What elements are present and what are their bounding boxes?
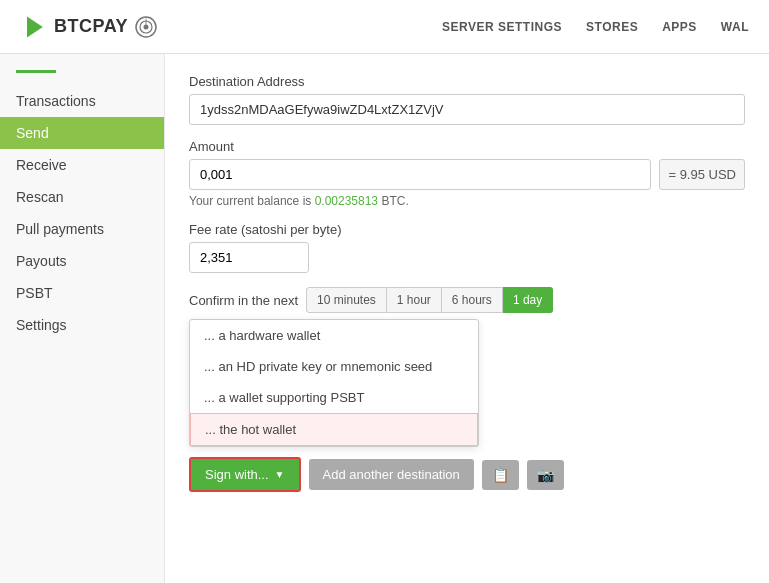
sign-with-button[interactable]: Sign with... ▼ (189, 457, 301, 492)
dropdown-item-hd[interactable]: ... an HD private key or mnemonic seed (190, 351, 478, 382)
action-row: Sign with... ▼ Add another destination 📋… (189, 457, 745, 492)
camera-button[interactable]: 📷 (527, 460, 564, 490)
tor-icon (134, 15, 158, 39)
amount-input[interactable] (189, 159, 651, 190)
send-content: Destination Address Amount = 9.95 USD Yo… (165, 54, 769, 583)
navbar: BTCPAY SERVER SETTINGS STORES APPS WAL (0, 0, 769, 54)
amount-usd: = 9.95 USD (659, 159, 745, 190)
sidebar-item-rescan[interactable]: Rescan (0, 181, 164, 213)
add-destination-button[interactable]: Add another destination (309, 459, 474, 490)
balance-text: Your current balance is 0.00235813 BTC. (189, 194, 745, 208)
destination-label: Destination Address (189, 74, 745, 89)
time-btn-1day[interactable]: 1 day (503, 287, 553, 313)
amount-row: = 9.95 USD (189, 159, 745, 190)
brand-logo[interactable]: BTCPAY (20, 13, 158, 41)
caret-icon: ▼ (275, 469, 285, 480)
sidebar-item-send[interactable]: Send (0, 117, 164, 149)
destination-group: Destination Address (189, 74, 745, 125)
sidebar: Transactions Send Receive Rescan Pull pa… (0, 54, 165, 583)
dropdown-item-psbt[interactable]: ... a wallet supporting PSBT (190, 382, 478, 413)
sidebar-item-receive[interactable]: Receive (0, 149, 164, 181)
sidebar-item-payouts[interactable]: Payouts (0, 245, 164, 277)
confirm-label: Confirm in the next (189, 293, 298, 308)
copy-button[interactable]: 📋 (482, 460, 519, 490)
btcpay-logo-icon (20, 13, 48, 41)
time-btn-1hour[interactable]: 1 hour (387, 287, 442, 313)
amount-label: Amount (189, 139, 745, 154)
main-nav: SERVER SETTINGS STORES APPS WAL (442, 20, 749, 34)
dropdown-item-hot-wallet[interactable]: ... the hot wallet (190, 413, 478, 446)
sign-dropdown-menu: ... a hardware wallet ... an HD private … (189, 319, 479, 447)
dropdown-item-hardware[interactable]: ... a hardware wallet (190, 320, 478, 351)
sidebar-indicator (16, 70, 56, 73)
main-container: Transactions Send Receive Rescan Pull pa… (0, 54, 769, 583)
time-btn-10min[interactable]: 10 minutes (306, 287, 387, 313)
confirm-row: Confirm in the next 10 minutes 1 hour 6 … (189, 287, 745, 313)
fee-label: Fee rate (satoshi per byte) (189, 222, 745, 237)
sidebar-item-transactions[interactable]: Transactions (0, 85, 164, 117)
fee-group: Fee rate (satoshi per byte) (189, 222, 745, 273)
copy-icon: 📋 (492, 467, 509, 483)
fee-input[interactable] (189, 242, 309, 273)
sidebar-item-psbt[interactable]: PSBT (0, 277, 164, 309)
nav-apps[interactable]: APPS (662, 20, 697, 34)
sidebar-item-pull-payments[interactable]: Pull payments (0, 213, 164, 245)
nav-stores[interactable]: STORES (586, 20, 638, 34)
brand-name: BTCPAY (54, 16, 128, 37)
time-btn-6hours[interactable]: 6 hours (442, 287, 503, 313)
balance-amount: 0.00235813 (315, 194, 378, 208)
amount-group: Amount = 9.95 USD Your current balance i… (189, 139, 745, 208)
nav-wallet[interactable]: WAL (721, 20, 749, 34)
destination-input[interactable] (189, 94, 745, 125)
sidebar-item-settings[interactable]: Settings (0, 309, 164, 341)
camera-icon: 📷 (537, 467, 554, 483)
nav-server-settings[interactable]: SERVER SETTINGS (442, 20, 562, 34)
svg-marker-0 (27, 16, 43, 37)
